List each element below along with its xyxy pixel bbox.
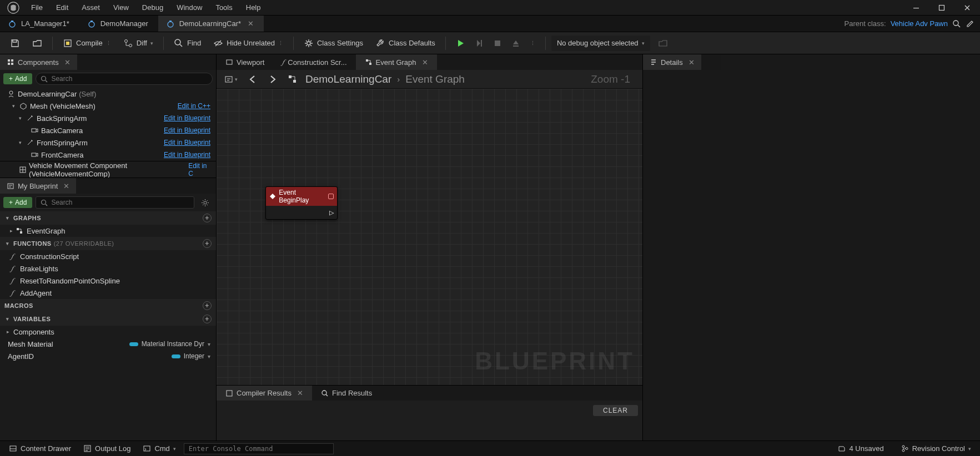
- components-search[interactable]: [36, 73, 213, 85]
- node-event-beginplay[interactable]: Event BeginPlay ▷: [265, 186, 338, 220]
- variable-item[interactable]: AgentID Integer▾: [0, 350, 216, 362]
- function-item[interactable]: 𝑓BrakeLights: [0, 262, 216, 275]
- settings-button[interactable]: [198, 199, 213, 207]
- history-button[interactable]: ▾: [222, 74, 240, 85]
- section-graphs[interactable]: ▾ GRAPHS +: [0, 211, 216, 225]
- expand-icon[interactable]: ▾: [17, 140, 23, 145]
- expand-icon[interactable]: ▾: [17, 115, 23, 121]
- class-defaults-button[interactable]: Class Defaults: [371, 34, 440, 52]
- cmd-button[interactable]: Cmd ▾: [138, 443, 180, 455]
- eject-button[interactable]: [507, 34, 525, 52]
- asset-tab-la-manager[interactable]: LA_Manager1*: [0, 16, 79, 32]
- maximize-button[interactable]: [929, 0, 954, 16]
- chevron-down-icon[interactable]: ⋮: [106, 40, 111, 46]
- chevron-down-icon[interactable]: ▾: [208, 353, 210, 359]
- find-debug-object-button[interactable]: [654, 34, 672, 52]
- details-panel-tab[interactable]: Details ✕: [643, 54, 701, 70]
- nav-back-button[interactable]: [245, 73, 260, 85]
- stop-button[interactable]: [489, 34, 506, 52]
- chevron-down-icon[interactable]: ▾: [173, 446, 176, 452]
- myblueprint-search-input[interactable]: [51, 199, 189, 206]
- class-settings-button[interactable]: Class Settings: [299, 34, 368, 52]
- tree-row-root[interactable]: DemoLearningCar (Self): [0, 88, 216, 100]
- unsaved-button[interactable]: 4 Unsaved: [833, 443, 888, 455]
- revision-control-button[interactable]: Revision Control ▾: [896, 443, 976, 455]
- compile-button[interactable]: Compile ⋮: [58, 34, 115, 52]
- menu-tools[interactable]: Tools: [209, 0, 239, 15]
- output-log-button[interactable]: Output Log: [79, 443, 135, 455]
- exec-output-pin[interactable]: ▷: [329, 209, 334, 216]
- asset-tab-demomanager[interactable]: DemoManager: [79, 16, 158, 32]
- section-macros[interactable]: MACROS +: [0, 299, 216, 312]
- components-search-input[interactable]: [51, 75, 208, 83]
- edit-link[interactable]: Edit in Blueprint: [164, 114, 214, 122]
- browse-button[interactable]: [28, 34, 47, 52]
- asset-tab-demolearningcar[interactable]: DemoLearningCar* ✕: [158, 16, 264, 32]
- close-icon[interactable]: ✕: [61, 182, 69, 190]
- edit-link[interactable]: Edit in Blueprint: [164, 126, 214, 134]
- section-variables[interactable]: ▾ VARIABLES +: [0, 312, 216, 326]
- tree-row-vehiclemovement[interactable]: Vehicle Movement Component (VehicleMovem…: [0, 161, 216, 178]
- debug-object-select[interactable]: No debug object selected ▾: [551, 36, 650, 51]
- edit-parent-icon[interactable]: [966, 19, 974, 28]
- menu-edit[interactable]: Edit: [49, 0, 75, 15]
- parent-class-link[interactable]: Vehicle Adv Pawn: [891, 19, 948, 28]
- close-icon[interactable]: ✕: [295, 389, 303, 397]
- clear-button[interactable]: CLEAR: [593, 405, 638, 416]
- add-icon[interactable]: +: [203, 239, 212, 248]
- menu-view[interactable]: View: [107, 0, 135, 15]
- myblueprint-search[interactable]: [36, 196, 194, 209]
- graph-home-button[interactable]: [285, 73, 300, 85]
- console-command-input[interactable]: [184, 443, 334, 454]
- edit-link[interactable]: Edit in Blueprint: [164, 151, 214, 159]
- tree-row-frontcamera[interactable]: FrontCamera Edit in Blueprint: [0, 149, 216, 161]
- play-options-button[interactable]: ⋮: [526, 34, 540, 52]
- diff-button[interactable]: Diff ▾: [119, 34, 158, 52]
- delegate-pin-icon[interactable]: [328, 194, 334, 199]
- menu-help[interactable]: Help: [239, 0, 268, 15]
- content-drawer-button[interactable]: Content Drawer: [4, 443, 76, 455]
- close-icon[interactable]: ✕: [420, 58, 428, 67]
- tab-event-graph[interactable]: Event Graph ✕: [356, 54, 437, 70]
- find-button[interactable]: Find: [169, 34, 205, 52]
- tree-row-backcamera[interactable]: BackCamera Edit in Blueprint: [0, 124, 216, 136]
- tab-construction-script[interactable]: 𝑓 Construction Scr...: [273, 54, 355, 70]
- menu-debug[interactable]: Debug: [135, 0, 170, 15]
- close-icon[interactable]: ✕: [62, 58, 71, 67]
- edit-link[interactable]: Edit in C++: [178, 102, 214, 110]
- edit-link[interactable]: Edit in C: [188, 162, 214, 178]
- chevron-down-icon[interactable]: ▾: [208, 341, 210, 347]
- menu-window[interactable]: Window: [170, 0, 209, 15]
- my-blueprint-tab[interactable]: My Blueprint ✕: [0, 178, 76, 194]
- minimize-button[interactable]: [903, 0, 929, 16]
- section-functions[interactable]: ▾ FUNCTIONS (27 OVERRIDABLE) +: [0, 237, 216, 250]
- step-button[interactable]: [470, 34, 488, 52]
- close-button[interactable]: [954, 0, 980, 16]
- expand-icon[interactable]: ▾: [10, 103, 17, 109]
- add-icon[interactable]: +: [203, 214, 212, 222]
- ue-logo-icon[interactable]: [2, 0, 24, 16]
- add-icon[interactable]: +: [203, 315, 212, 323]
- add-component-button[interactable]: + Add: [3, 73, 32, 84]
- menu-asset[interactable]: Asset: [75, 0, 107, 15]
- tab-find-results[interactable]: Find Results: [312, 386, 381, 401]
- edit-link[interactable]: Edit in Blueprint: [164, 139, 214, 146]
- graph-item-eventgraph[interactable]: ▸ EventGraph: [0, 225, 216, 237]
- function-item[interactable]: 𝑓ResetToRandomPointOnSpline: [0, 275, 216, 287]
- components-panel-tab[interactable]: Components ✕: [0, 54, 77, 70]
- search-parent-icon[interactable]: [952, 19, 961, 28]
- add-new-button[interactable]: + Add: [3, 197, 32, 208]
- save-button[interactable]: [6, 34, 24, 52]
- nav-forward-button[interactable]: [265, 73, 280, 85]
- chevron-down-icon[interactable]: ▾: [150, 40, 153, 46]
- close-icon[interactable]: ✕: [686, 58, 695, 67]
- tree-row-mesh[interactable]: ▾ Mesh (VehicleMesh) Edit in C++: [0, 100, 216, 112]
- hide-unrelated-button[interactable]: Hide Unrelated ⋮: [209, 34, 288, 52]
- tab-viewport[interactable]: Viewport: [217, 54, 273, 70]
- chevron-down-icon[interactable]: ▾: [968, 446, 971, 452]
- event-graph-canvas[interactable]: Event BeginPlay ▷ BLUEPRINT: [217, 89, 642, 385]
- breadcrumb-root[interactable]: DemoLearningCar: [305, 73, 391, 85]
- menu-file[interactable]: File: [24, 0, 49, 15]
- tree-row-frontspring[interactable]: ▾ FrontSpringArm Edit in Blueprint: [0, 136, 216, 149]
- add-icon[interactable]: +: [203, 301, 212, 310]
